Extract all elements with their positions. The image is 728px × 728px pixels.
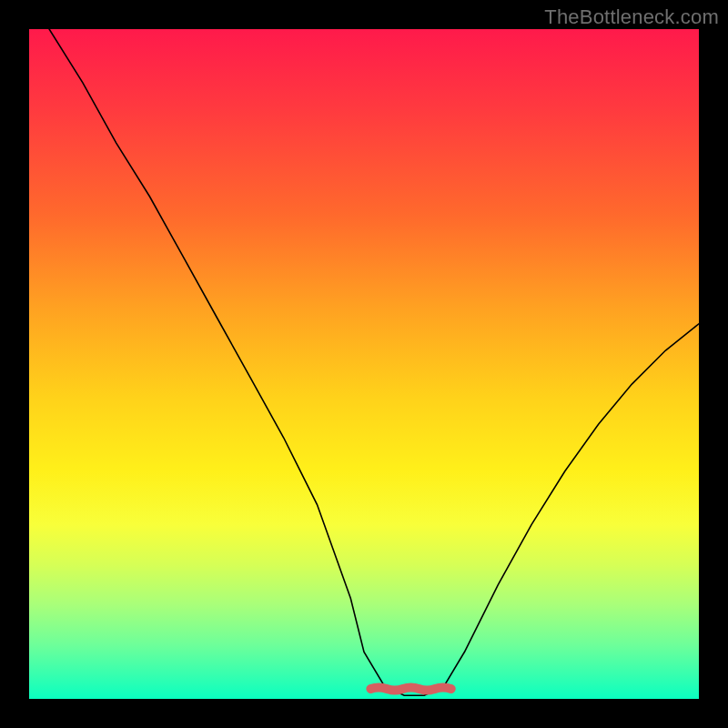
red-bumps-annotation bbox=[370, 688, 450, 691]
chart-svg bbox=[29, 29, 699, 699]
chart-plot-area bbox=[29, 29, 699, 699]
chart-frame: TheBottleneck.com bbox=[0, 0, 728, 728]
watermark-text: TheBottleneck.com bbox=[544, 5, 719, 29]
bottleneck-curve bbox=[49, 29, 699, 695]
